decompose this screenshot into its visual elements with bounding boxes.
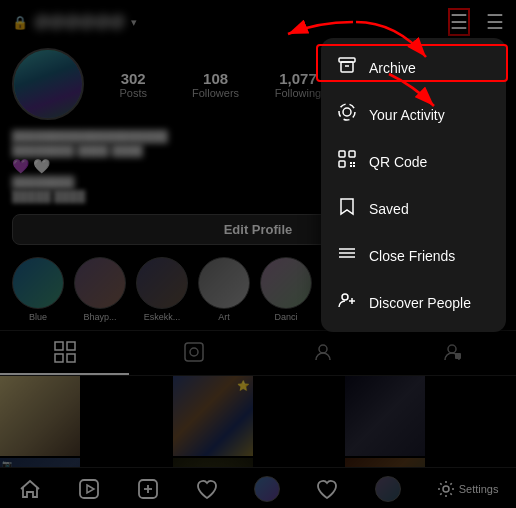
svg-point-30 [342, 294, 348, 300]
discover-people-label: Discover People [369, 295, 471, 311]
qr-icon [337, 149, 357, 174]
qr-code-label: QR Code [369, 154, 427, 170]
svg-rect-25 [350, 165, 352, 167]
dropdown-your-activity[interactable]: Your Activity [321, 91, 506, 138]
saved-label: Saved [369, 201, 409, 217]
close-friends-icon [337, 243, 357, 268]
svg-rect-26 [353, 165, 355, 167]
svg-rect-20 [339, 151, 345, 157]
svg-rect-17 [341, 62, 353, 72]
close-friends-label: Close Friends [369, 248, 455, 264]
svg-point-18 [339, 104, 355, 120]
archive-icon [337, 55, 357, 80]
dropdown-saved[interactable]: Saved [321, 185, 506, 232]
archive-label: Archive [369, 60, 416, 76]
discover-people-icon [337, 290, 357, 315]
svg-point-19 [343, 108, 351, 116]
svg-rect-23 [350, 162, 352, 164]
dropdown-close-friends[interactable]: Close Friends [321, 232, 506, 279]
svg-rect-24 [353, 162, 355, 164]
activity-icon [337, 102, 357, 127]
dropdown-archive[interactable]: Archive [321, 44, 506, 91]
dropdown-menu: Archive Your Activity QR Code [321, 38, 506, 332]
your-activity-label: Your Activity [369, 107, 445, 123]
dropdown-qr-code[interactable]: QR Code [321, 138, 506, 185]
saved-icon [337, 196, 357, 221]
dropdown-discover-people[interactable]: Discover People [321, 279, 506, 326]
svg-rect-22 [339, 161, 345, 167]
svg-rect-21 [349, 151, 355, 157]
